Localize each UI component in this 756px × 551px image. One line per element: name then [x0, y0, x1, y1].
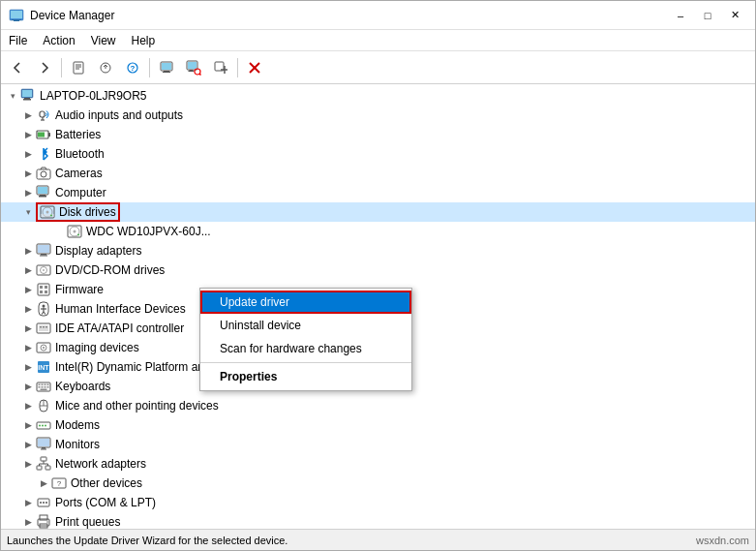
tree-view[interactable]: ▾ LAPTOP-0LJR9OR5 ▶ [1, 84, 755, 529]
ports-expand-icon[interactable]: ▶ [20, 495, 36, 510]
svg-rect-30 [40, 111, 45, 117]
keyboards-expand-icon[interactable]: ▶ [20, 379, 36, 394]
tree-item-dvd[interactable]: ▶ DVD/CD-ROM drives [1, 260, 755, 280]
root-expand-icon[interactable]: ▾ [5, 88, 20, 104]
menu-view[interactable]: View [83, 32, 124, 49]
svg-text:?: ? [131, 64, 136, 73]
tree-item-modems[interactable]: ▶ Modems [1, 415, 755, 435]
display-expand-icon[interactable]: ▶ [20, 243, 36, 259]
svg-rect-13 [164, 71, 169, 72]
computer-expand-icon[interactable]: ▶ [20, 185, 36, 200]
menu-action[interactable]: Action [35, 32, 82, 49]
hid-expand-icon[interactable]: ▶ [20, 301, 36, 317]
svg-rect-62 [45, 286, 47, 289]
tree-item-ports[interactable]: ▶ Ports (COM & LPT) [1, 493, 755, 512]
firmware-expand-icon[interactable]: ▶ [20, 282, 36, 297]
close-button[interactable]: ✕ [722, 6, 747, 25]
svg-rect-17 [190, 70, 194, 71]
other-expand-icon[interactable]: ▶ [36, 475, 51, 491]
imaging-label: Imaging devices [55, 341, 139, 354]
monitors-label: Monitors [55, 438, 100, 451]
add-device-button[interactable] [208, 55, 233, 80]
maximize-button[interactable]: □ [695, 6, 720, 25]
menu-help[interactable]: Help [124, 32, 164, 49]
help-button[interactable]: ? [120, 55, 145, 80]
svg-point-96 [42, 425, 44, 427]
window-title: Device Manager [30, 9, 114, 22]
ctx-update-driver[interactable]: Update driver [200, 291, 411, 314]
tree-item-print[interactable]: ▶ Print queues [1, 512, 755, 529]
tree-item-display[interactable]: ▶ Display adapters [1, 241, 755, 260]
tree-item-bluetooth[interactable]: ▶ Bluetooth [1, 144, 755, 164]
ctx-uninstall-device[interactable]: Uninstall device [200, 314, 411, 337]
update-driver-toolbar-button[interactable] [93, 55, 118, 80]
toolbar-sep-1 [61, 58, 62, 77]
imaging-expand-icon[interactable]: ▶ [20, 340, 36, 355]
scan-hardware-toolbar-button[interactable] [181, 55, 206, 80]
menu-file[interactable]: File [1, 32, 35, 49]
disk-expand-icon[interactable]: ▾ [20, 204, 36, 220]
imaging-icon [36, 340, 51, 355]
window-icon [9, 8, 24, 23]
tree-item-audio[interactable]: ▶ Audio inputs and outputs [1, 106, 755, 125]
tree-item-disk-drives[interactable]: ▾ Disk drives [1, 202, 755, 222]
ide-expand-icon[interactable]: ▶ [20, 321, 36, 336]
mice-expand-icon[interactable]: ▶ [20, 398, 36, 413]
tree-item-wdc[interactable]: WDC WD10JPVX-60J... [1, 222, 755, 241]
context-menu: Update driver Uninstall device Scan for … [199, 288, 412, 391]
tree-item-network[interactable]: ▶ Network adapters [1, 454, 755, 474]
ctx-properties[interactable]: Properties [200, 365, 411, 388]
tree-item-monitors[interactable]: ▶ Monitors [1, 435, 755, 454]
batteries-expand-icon[interactable]: ▶ [20, 127, 36, 142]
properties-button[interactable] [66, 55, 91, 80]
dvd-expand-icon[interactable]: ▶ [20, 262, 36, 278]
modems-label: Modems [55, 418, 100, 432]
wdc-label: WDC WD10JPVX-60J... [86, 225, 211, 238]
tree-item-cameras[interactable]: ▶ Cameras [1, 164, 755, 183]
svg-rect-60 [38, 284, 49, 295]
display-label: Display adapters [55, 244, 141, 258]
svg-rect-104 [45, 466, 50, 470]
device-manager-window: Device Manager – □ ✕ File Action View He… [0, 0, 756, 551]
svg-rect-1 [11, 11, 22, 18]
intel-icon: INT [36, 359, 51, 375]
svg-rect-41 [38, 187, 47, 194]
bluetooth-expand-icon[interactable]: ▶ [20, 146, 36, 162]
title-bar-left: Device Manager [9, 8, 114, 23]
network-icon [36, 456, 51, 472]
monitors-expand-icon[interactable]: ▶ [20, 437, 36, 452]
uninstall-button[interactable] [242, 55, 267, 80]
svg-point-78 [43, 347, 45, 349]
ctx-scan-hardware[interactable]: Scan for hardware changes [200, 337, 411, 360]
svg-point-113 [43, 502, 45, 504]
network-expand-icon[interactable]: ▶ [20, 456, 36, 472]
svg-point-59 [43, 269, 45, 271]
svg-rect-87 [42, 386, 44, 388]
mice-label: Mice and other pointing devices [55, 399, 219, 413]
computer-icon-toolbar[interactable] [154, 55, 179, 80]
audio-label: Audio inputs and outputs [55, 108, 183, 122]
tree-item-batteries[interactable]: ▶ Batteries [1, 125, 755, 144]
svg-rect-90 [47, 386, 49, 388]
toolbar-sep-2 [149, 58, 150, 77]
audio-icon [36, 107, 51, 123]
svg-point-66 [43, 305, 45, 308]
cameras-expand-icon[interactable]: ▶ [20, 166, 36, 181]
minimize-button[interactable]: – [668, 6, 693, 25]
audio-expand-icon[interactable]: ▶ [20, 107, 36, 123]
svg-point-46 [46, 211, 49, 214]
camera-icon [36, 166, 51, 181]
svg-rect-82 [39, 384, 41, 386]
tree-root[interactable]: ▾ LAPTOP-0LJR9OR5 [1, 86, 755, 106]
main-content: ▾ LAPTOP-0LJR9OR5 ▶ [1, 84, 755, 529]
intel-expand-icon[interactable]: ▶ [20, 359, 36, 375]
tree-item-computer[interactable]: ▶ Computer [1, 183, 755, 202]
svg-rect-2 [12, 19, 21, 20]
back-button[interactable] [5, 55, 30, 80]
tree-item-other[interactable]: ▶ ? Other devices [1, 474, 755, 493]
print-expand-icon[interactable]: ▶ [20, 514, 36, 529]
modems-expand-icon[interactable]: ▶ [20, 417, 36, 433]
svg-rect-89 [45, 386, 46, 388]
forward-button[interactable] [32, 55, 57, 80]
tree-item-mice[interactable]: ▶ Mice and other pointing devices [1, 396, 755, 415]
